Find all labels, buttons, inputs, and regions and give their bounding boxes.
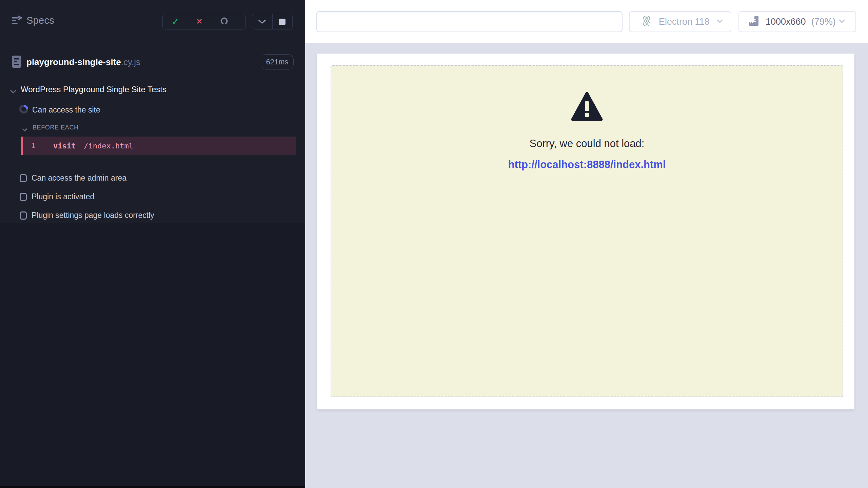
cypress-app: Specs ✓ -- ✕ -- -- [0,0,868,488]
test-row-admin-area[interactable]: Can access the admin area [0,170,305,186]
viewport-chevron-down-icon [839,19,845,25]
stat-pending: -- [220,17,236,26]
run-options-button[interactable] [252,14,272,29]
sidebar-bottom-strip [0,486,305,488]
hook-collapse-chevron-icon[interactable] [22,127,27,133]
spec-file-icon [11,55,22,70]
spec-duration-badge: 621ms [261,54,294,69]
ruler-icon [748,15,760,28]
stop-square-icon [279,19,285,25]
run-stats[interactable]: ✓ -- ✕ -- -- [162,14,246,29]
pending-test-box-icon [20,193,27,201]
aut-canvas: Sorry, we could not load: http://localho… [305,43,868,488]
passed-check-icon: ✓ [172,18,179,26]
test-row-plugin-settings[interactable]: Plugin settings page loads correctly [0,208,305,223]
url-input[interactable] [316,11,623,32]
hook-label[interactable]: BEFORE EACH [33,124,79,131]
test-row-plugin-activated[interactable]: Plugin is activated [0,189,305,205]
pending-test-label: Plugin settings page loads correctly [32,211,154,220]
running-test-spinner-icon [19,104,28,115]
pending-test-box-icon [20,211,27,220]
viewport-scale: (79%) [811,17,836,27]
browser-selector[interactable]: Electron 118 [629,11,731,32]
suite-collapse-chevron-icon[interactable] [10,89,17,95]
pending-test-label: Plugin is activated [32,192,94,201]
pending-ring-icon [220,17,228,26]
pending-test-label: Can access the admin area [32,174,126,183]
command-message: /index.html [84,142,133,150]
spec-file-name[interactable]: playground-single-site.cy.js [26,57,140,67]
electron-icon [640,15,653,28]
stat-failed: ✕ -- [196,18,211,26]
browser-label: Electron 118 [659,17,710,27]
error-url-link[interactable]: http://localhost:8888/index.html [508,159,666,171]
load-error-box: Sorry, we could not load: http://localho… [331,65,843,397]
warning-triangle-icon [571,92,603,123]
browser-chevron-down-icon [716,19,723,25]
reporter-sidebar: Specs ✓ -- ✕ -- -- [0,0,305,488]
viewport-selector[interactable]: 1000x660 (79%) [738,11,856,32]
sidebar-empty-area [0,223,305,488]
specs-list-icon[interactable] [11,16,23,27]
run-controls [252,14,293,29]
stop-button[interactable] [273,14,293,29]
command-line-number: 1 [23,142,44,150]
spec-file-basename: playground-single-site [26,57,121,67]
failed-x-icon: ✕ [196,18,202,25]
error-message: Sorry, we could not load: [530,138,645,150]
specs-title[interactable]: Specs [26,15,54,26]
aut-panel: Electron 118 1000x660 (79%) [305,0,868,488]
suite-title[interactable]: WordPress Playground Single Site Tests [21,85,166,94]
failed-count: -- [205,18,211,26]
sidebar-header-divider [0,41,305,41]
pending-test-box-icon [20,174,27,182]
aut-iframe-container: Sorry, we could not load: http://localho… [317,54,854,409]
passed-count: -- [182,18,187,26]
command-method: visit [53,142,76,150]
aut-header: Electron 118 1000x660 (79%) [305,0,868,43]
spec-file-extension: .cy.js [121,57,140,67]
stat-passed: ✓ -- [172,18,187,26]
viewport-dimensions: 1000x660 [766,17,806,27]
pending-count: -- [231,18,236,26]
running-test-title[interactable]: Can access the site [32,105,100,115]
command-row-visit[interactable]: 1 visit /index.html [21,137,296,155]
